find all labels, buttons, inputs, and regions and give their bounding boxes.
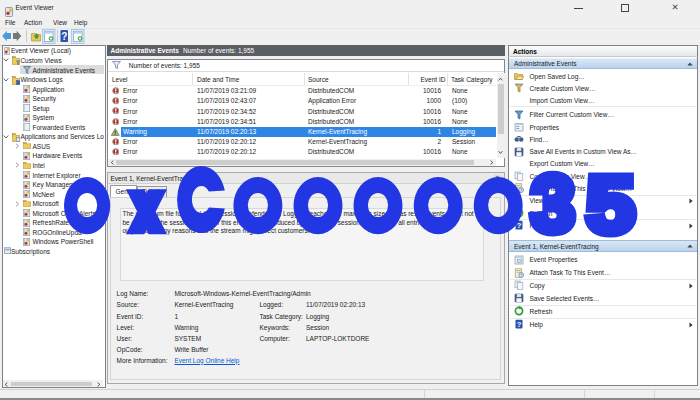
svg-text:3: 3 [531, 159, 575, 248]
svg-text:5: 5 [586, 160, 635, 249]
